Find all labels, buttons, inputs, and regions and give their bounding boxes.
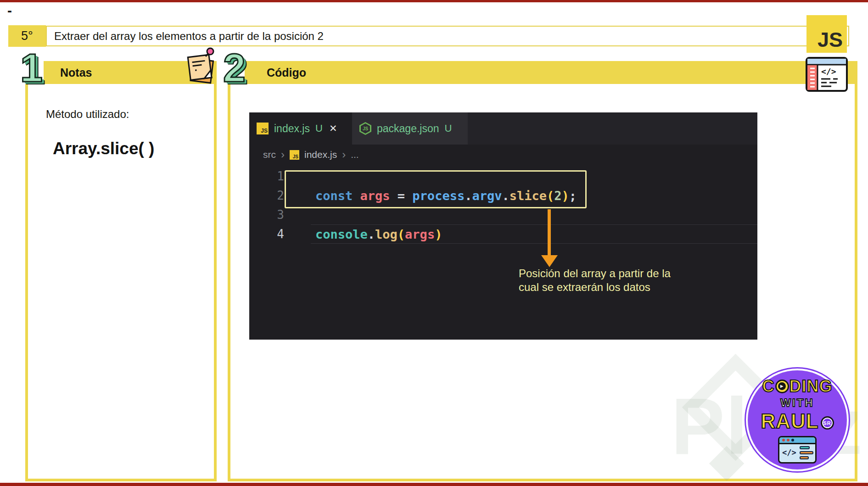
code-text: console.log(args) — [284, 227, 442, 241]
tab-filename: index.js — [274, 123, 310, 135]
breadcrumb-more[interactable]: ... — [351, 149, 359, 160]
dash-mark: - — [7, 3, 12, 18]
notes-method-text: Array.slice( ) — [53, 139, 154, 158]
annotation-line-2: cual se extraerán los datos — [519, 280, 671, 294]
js-file-icon: JS — [290, 150, 299, 160]
logo-code-window-icon: </> — [778, 436, 817, 464]
window-dot — [782, 439, 785, 441]
slide-number-badge: 5° — [8, 25, 46, 47]
chevron-right-icon: › — [281, 149, 285, 160]
notes-intro-text: Método utilizado: — [46, 108, 129, 121]
code-window-icon: </> — [805, 54, 849, 93]
breadcrumb[interactable]: src › JS index.js › ... — [249, 145, 359, 165]
breadcrumb-file[interactable]: index.js — [304, 149, 337, 160]
code-glyph: </> — [782, 448, 796, 457]
window-dot — [787, 439, 790, 441]
close-tab-icon[interactable]: ✕ — [329, 123, 337, 134]
code-token: . — [368, 227, 375, 241]
js-file-icon: JS — [257, 123, 269, 134]
code-token: args — [405, 227, 435, 241]
node-file-icon: JS — [359, 122, 371, 135]
coding-with-raul-logo: C ▶ DING WITH RAUL SR </> — [745, 367, 850, 473]
git-modified-badge: U — [315, 123, 323, 134]
git-modified-badge: U — [445, 123, 452, 134]
line-number: 2 — [249, 189, 284, 202]
code-lines-glyph — [800, 446, 813, 459]
editor-tab-bar: JS index.js U ✕ JS package.json U — [249, 112, 757, 145]
page-title: Extraer del array los elementos a partir… — [54, 30, 324, 43]
play-icon: ▶ — [778, 382, 786, 390]
annotation-text: Posición del array a partir de la cual s… — [519, 267, 671, 294]
top-border-line — [0, 0, 868, 2]
line-number: 1 — [249, 169, 284, 183]
section-number-2: 2 — [223, 48, 246, 88]
line-number: 4 — [249, 227, 284, 241]
annotation-arrow-line — [548, 209, 551, 256]
annotation-arrow-head — [541, 255, 558, 267]
code-token: ( — [398, 227, 405, 241]
code-token: console — [315, 227, 368, 241]
code-token: ) — [435, 227, 442, 241]
notas-label: Notas — [60, 66, 92, 79]
logo-line-with: WITH — [780, 397, 814, 409]
code-editor-window: JS index.js U ✕ JS package.json U src › … — [249, 112, 757, 340]
tab-index-js[interactable]: JS index.js U ✕ — [249, 112, 352, 145]
slide: - 5° Extraer del array los elementos a p… — [0, 0, 868, 486]
section-number-1: 1 — [20, 48, 43, 88]
javascript-logo: JS — [806, 15, 847, 53]
svg-text:</>: </> — [821, 67, 836, 76]
logo-line-raul: RAUL SR — [761, 410, 834, 433]
annotation-line-1: Posición del array a partir de la — [519, 267, 671, 280]
title-box: Extraer del array los elementos a partir… — [46, 26, 849, 46]
code-token: log — [375, 227, 398, 241]
breadcrumb-folder[interactable]: src — [263, 149, 276, 160]
bottom-border-line — [0, 483, 868, 486]
line-number: 3 — [249, 208, 284, 222]
codigo-label: Código — [267, 66, 306, 79]
tab-package-json[interactable]: JS package.json U — [352, 112, 468, 145]
highlight-box — [285, 170, 587, 208]
sr-badge: SR — [821, 416, 834, 430]
code-line: 4console.log(args) — [249, 224, 757, 244]
chevron-right-icon: › — [342, 149, 346, 160]
logo-line-coding: C ▶ DING — [762, 377, 833, 396]
sticky-note-icon — [185, 47, 217, 87]
logo-disc: C ▶ DING WITH RAUL SR </> — [748, 370, 847, 469]
window-dot — [791, 439, 794, 441]
tab-filename: package.json — [377, 123, 439, 135]
codigo-section-bar: Código — [245, 61, 857, 84]
logo-window-titlebar — [779, 437, 815, 444]
lightbulb-icon: ▶ — [775, 380, 789, 393]
